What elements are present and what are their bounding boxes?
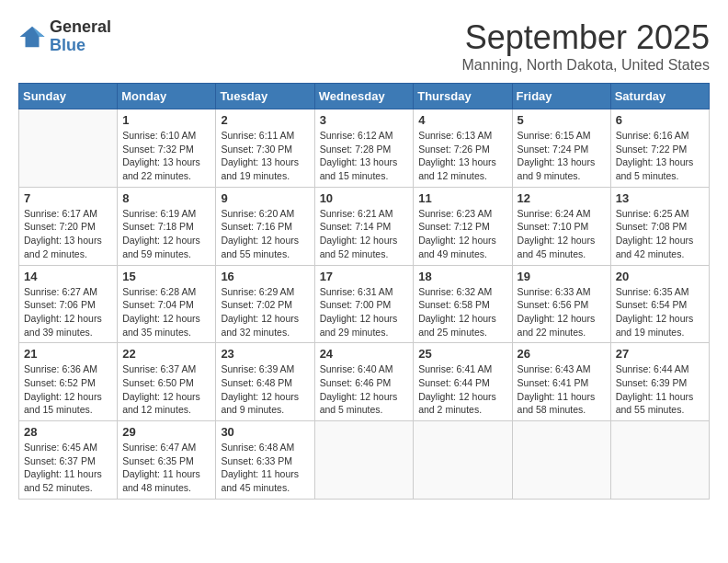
location: Manning, North Dakota, United States bbox=[462, 57, 710, 74]
calendar: SundayMondayTuesdayWednesdayThursdayFrid… bbox=[18, 83, 710, 500]
calendar-header: SundayMondayTuesdayWednesdayThursdayFrid… bbox=[19, 84, 710, 109]
day-info: Sunrise: 6:43 AM Sunset: 6:41 PM Dayligh… bbox=[518, 362, 606, 417]
day-info: Sunrise: 6:39 AM Sunset: 6:48 PM Dayligh… bbox=[221, 362, 309, 417]
calendar-cell bbox=[512, 421, 610, 500]
logo-general: General bbox=[50, 18, 111, 37]
calendar-cell: 19Sunrise: 6:33 AM Sunset: 6:56 PM Dayli… bbox=[512, 265, 610, 343]
day-info: Sunrise: 6:15 AM Sunset: 7:24 PM Dayligh… bbox=[518, 129, 606, 183]
day-of-week-header: Monday bbox=[118, 84, 216, 109]
calendar-week-row: 7Sunrise: 6:17 AM Sunset: 7:20 PM Daylig… bbox=[19, 187, 710, 265]
day-number: 13 bbox=[616, 191, 704, 205]
day-number: 16 bbox=[221, 270, 309, 283]
calendar-cell: 20Sunrise: 6:35 AM Sunset: 6:54 PM Dayli… bbox=[610, 265, 709, 343]
day-number: 5 bbox=[518, 113, 606, 127]
day-number: 19 bbox=[518, 270, 606, 283]
calendar-cell: 17Sunrise: 6:31 AM Sunset: 7:00 PM Dayli… bbox=[314, 265, 414, 343]
calendar-cell: 4Sunrise: 6:13 AM Sunset: 7:26 PM Daylig… bbox=[414, 109, 512, 188]
calendar-cell bbox=[414, 421, 512, 500]
day-info: Sunrise: 6:41 AM Sunset: 6:44 PM Dayligh… bbox=[418, 362, 506, 417]
day-info: Sunrise: 6:32 AM Sunset: 6:58 PM Dayligh… bbox=[418, 285, 506, 339]
day-info: Sunrise: 6:33 AM Sunset: 6:56 PM Dayligh… bbox=[518, 285, 606, 339]
logo-text: General Blue bbox=[50, 18, 111, 55]
day-info: Sunrise: 6:35 AM Sunset: 6:54 PM Dayligh… bbox=[616, 285, 704, 339]
day-number: 25 bbox=[418, 347, 506, 361]
calendar-cell: 7Sunrise: 6:17 AM Sunset: 7:20 PM Daylig… bbox=[19, 187, 118, 265]
day-number: 9 bbox=[221, 191, 309, 205]
day-info: Sunrise: 6:28 AM Sunset: 7:04 PM Dayligh… bbox=[122, 285, 210, 339]
day-info: Sunrise: 6:44 AM Sunset: 6:39 PM Dayligh… bbox=[616, 362, 704, 417]
calendar-cell: 12Sunrise: 6:24 AM Sunset: 7:10 PM Dayli… bbox=[512, 187, 610, 265]
calendar-body: 1Sunrise: 6:10 AM Sunset: 7:32 PM Daylig… bbox=[19, 109, 710, 500]
day-info: Sunrise: 6:13 AM Sunset: 7:26 PM Dayligh… bbox=[418, 129, 506, 183]
calendar-week-row: 1Sunrise: 6:10 AM Sunset: 7:32 PM Daylig… bbox=[19, 109, 710, 188]
day-info: Sunrise: 6:24 AM Sunset: 7:10 PM Dayligh… bbox=[518, 207, 606, 261]
day-number: 26 bbox=[518, 347, 606, 361]
calendar-cell: 16Sunrise: 6:29 AM Sunset: 7:02 PM Dayli… bbox=[216, 265, 314, 343]
day-info: Sunrise: 6:25 AM Sunset: 7:08 PM Dayligh… bbox=[616, 207, 704, 261]
calendar-cell: 5Sunrise: 6:15 AM Sunset: 7:24 PM Daylig… bbox=[512, 109, 610, 188]
day-of-week-header: Thursday bbox=[414, 84, 512, 109]
calendar-cell: 29Sunrise: 6:47 AM Sunset: 6:35 PM Dayli… bbox=[118, 421, 216, 500]
calendar-week-row: 28Sunrise: 6:45 AM Sunset: 6:37 PM Dayli… bbox=[19, 421, 710, 500]
day-number: 10 bbox=[320, 191, 409, 205]
calendar-cell: 30Sunrise: 6:48 AM Sunset: 6:33 PM Dayli… bbox=[216, 421, 314, 500]
day-info: Sunrise: 6:16 AM Sunset: 7:22 PM Dayligh… bbox=[616, 129, 704, 183]
title-block: September 2025 Manning, North Dakota, Un… bbox=[462, 18, 710, 74]
day-info: Sunrise: 6:10 AM Sunset: 7:32 PM Dayligh… bbox=[122, 129, 210, 183]
day-info: Sunrise: 6:11 AM Sunset: 7:30 PM Dayligh… bbox=[221, 129, 309, 183]
day-number: 29 bbox=[122, 425, 210, 439]
calendar-cell: 10Sunrise: 6:21 AM Sunset: 7:14 PM Dayli… bbox=[314, 187, 414, 265]
day-number: 7 bbox=[24, 191, 112, 205]
calendar-cell: 8Sunrise: 6:19 AM Sunset: 7:18 PM Daylig… bbox=[118, 187, 216, 265]
day-number: 24 bbox=[320, 347, 409, 361]
day-of-week-header: Saturday bbox=[610, 84, 709, 109]
calendar-cell: 2Sunrise: 6:11 AM Sunset: 7:30 PM Daylig… bbox=[216, 109, 314, 188]
day-info: Sunrise: 6:40 AM Sunset: 6:46 PM Dayligh… bbox=[320, 362, 409, 417]
calendar-cell: 25Sunrise: 6:41 AM Sunset: 6:44 PM Dayli… bbox=[414, 343, 512, 421]
calendar-cell bbox=[610, 421, 709, 500]
day-of-week-header: Tuesday bbox=[216, 84, 314, 109]
day-info: Sunrise: 6:29 AM Sunset: 7:02 PM Dayligh… bbox=[221, 285, 309, 339]
day-number: 30 bbox=[221, 425, 309, 439]
day-number: 12 bbox=[518, 191, 606, 205]
calendar-cell: 23Sunrise: 6:39 AM Sunset: 6:48 PM Dayli… bbox=[216, 343, 314, 421]
logo-blue: Blue bbox=[50, 37, 111, 55]
day-number: 8 bbox=[122, 191, 210, 205]
calendar-cell: 18Sunrise: 6:32 AM Sunset: 6:58 PM Dayli… bbox=[414, 265, 512, 343]
day-number: 18 bbox=[418, 270, 506, 283]
calendar-cell: 6Sunrise: 6:16 AM Sunset: 7:22 PM Daylig… bbox=[610, 109, 709, 188]
day-number: 23 bbox=[221, 347, 309, 361]
day-number: 2 bbox=[221, 113, 309, 127]
calendar-week-row: 14Sunrise: 6:27 AM Sunset: 7:06 PM Dayli… bbox=[19, 265, 710, 343]
day-info: Sunrise: 6:23 AM Sunset: 7:12 PM Dayligh… bbox=[418, 207, 506, 261]
day-info: Sunrise: 6:27 AM Sunset: 7:06 PM Dayligh… bbox=[24, 285, 112, 339]
day-info: Sunrise: 6:20 AM Sunset: 7:16 PM Dayligh… bbox=[221, 207, 309, 261]
calendar-cell: 21Sunrise: 6:36 AM Sunset: 6:52 PM Dayli… bbox=[19, 343, 118, 421]
calendar-cell bbox=[19, 109, 118, 188]
logo-icon bbox=[18, 23, 46, 51]
calendar-cell: 15Sunrise: 6:28 AM Sunset: 7:04 PM Dayli… bbox=[118, 265, 216, 343]
calendar-cell: 13Sunrise: 6:25 AM Sunset: 7:08 PM Dayli… bbox=[610, 187, 709, 265]
day-number: 1 bbox=[122, 113, 210, 127]
day-info: Sunrise: 6:36 AM Sunset: 6:52 PM Dayligh… bbox=[24, 362, 112, 417]
day-of-week-header: Friday bbox=[512, 84, 610, 109]
day-info: Sunrise: 6:31 AM Sunset: 7:00 PM Dayligh… bbox=[320, 285, 409, 339]
calendar-cell: 27Sunrise: 6:44 AM Sunset: 6:39 PM Dayli… bbox=[610, 343, 709, 421]
day-of-week-header: Wednesday bbox=[314, 84, 414, 109]
day-number: 27 bbox=[616, 347, 704, 361]
calendar-cell: 24Sunrise: 6:40 AM Sunset: 6:46 PM Dayli… bbox=[314, 343, 414, 421]
calendar-cell: 28Sunrise: 6:45 AM Sunset: 6:37 PM Dayli… bbox=[19, 421, 118, 500]
day-number: 14 bbox=[24, 270, 112, 283]
day-number: 15 bbox=[122, 270, 210, 283]
month-title: September 2025 bbox=[462, 18, 710, 57]
day-info: Sunrise: 6:48 AM Sunset: 6:33 PM Dayligh… bbox=[221, 441, 309, 495]
calendar-cell: 9Sunrise: 6:20 AM Sunset: 7:16 PM Daylig… bbox=[216, 187, 314, 265]
day-info: Sunrise: 6:21 AM Sunset: 7:14 PM Dayligh… bbox=[320, 207, 409, 261]
calendar-cell: 3Sunrise: 6:12 AM Sunset: 7:28 PM Daylig… bbox=[314, 109, 414, 188]
day-info: Sunrise: 6:17 AM Sunset: 7:20 PM Dayligh… bbox=[24, 207, 112, 261]
calendar-cell: 1Sunrise: 6:10 AM Sunset: 7:32 PM Daylig… bbox=[118, 109, 216, 188]
day-number: 20 bbox=[616, 270, 704, 283]
calendar-cell: 11Sunrise: 6:23 AM Sunset: 7:12 PM Dayli… bbox=[414, 187, 512, 265]
day-number: 21 bbox=[24, 347, 112, 361]
day-number: 11 bbox=[418, 191, 506, 205]
